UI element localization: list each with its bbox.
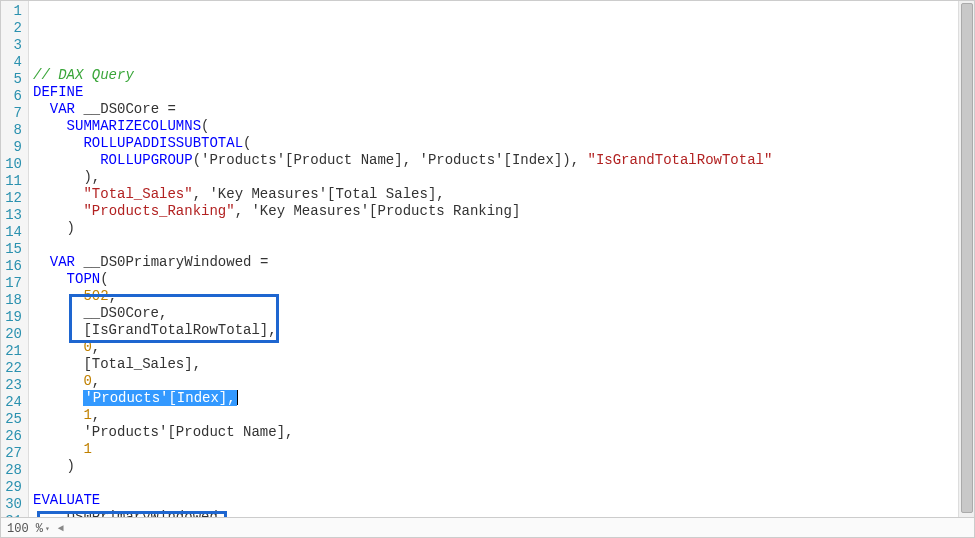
code-token <box>33 390 83 406</box>
line-number: 3 <box>5 37 22 54</box>
code-line[interactable]: 1, <box>33 407 974 424</box>
line-number: 8 <box>5 122 22 139</box>
code-token <box>33 118 67 134</box>
line-number: 21 <box>5 343 22 360</box>
code-line[interactable]: TOPN( <box>33 271 974 288</box>
code-token: DEFINE <box>33 84 83 100</box>
code-line[interactable]: __DS0PrimaryWindowed <box>33 509 974 517</box>
zoom-level[interactable]: 100 % <box>7 522 43 536</box>
line-number: 6 <box>5 88 22 105</box>
nav-left-icon[interactable]: ◄ <box>58 523 64 534</box>
code-token: 1 <box>83 441 91 457</box>
text-cursor <box>237 390 238 405</box>
code-token: SUMMARIZECOLUMNS <box>67 118 201 134</box>
code-token: 0 <box>83 339 91 355</box>
scrollbar-thumb[interactable] <box>961 3 973 513</box>
code-line[interactable]: ) <box>33 458 974 475</box>
code-token: , <box>92 373 100 389</box>
code-token: VAR <box>50 254 75 270</box>
code-line[interactable]: DEFINE <box>33 84 974 101</box>
line-number: 5 <box>5 71 22 88</box>
code-line[interactable]: ROLLUPADDISSUBTOTAL( <box>33 135 974 152</box>
line-number: 17 <box>5 275 22 292</box>
code-token: "IsGrandTotalRowTotal" <box>588 152 773 168</box>
line-number: 22 <box>5 360 22 377</box>
code-line[interactable]: EVALUATE <box>33 492 974 509</box>
code-token <box>33 186 83 202</box>
code-token: , <box>92 407 100 423</box>
code-token <box>33 101 50 117</box>
code-token: EVALUATE <box>33 492 100 508</box>
code-token: "Products_Ranking" <box>83 203 234 219</box>
code-token: ) <box>33 458 75 474</box>
code-token: __DS0Core <box>75 101 167 117</box>
code-token: 1 <box>83 407 91 423</box>
line-number: 26 <box>5 428 22 445</box>
status-bar: 100 % ▾ ◄ <box>1 517 974 538</box>
code-line[interactable]: ) <box>33 220 974 237</box>
code-token: , 'Key Measures'[Products Ranking] <box>235 203 521 219</box>
line-number: 1 <box>5 3 22 20</box>
line-number: 28 <box>5 462 22 479</box>
code-token: ( <box>201 118 209 134</box>
code-editor[interactable]: 1234567891011121314151617181920212223242… <box>1 1 974 517</box>
code-token: 0 <box>83 373 91 389</box>
line-number: 10 <box>5 156 22 173</box>
code-line[interactable]: 0, <box>33 339 974 356</box>
code-line[interactable]: 'Products'[Index], <box>33 390 974 407</box>
line-number: 16 <box>5 258 22 275</box>
code-line[interactable]: 0, <box>33 373 974 390</box>
code-token: = <box>260 254 268 270</box>
code-line[interactable]: __DS0Core, <box>33 305 974 322</box>
code-line[interactable]: "Total_Sales", 'Key Measures'[Total Sale… <box>33 186 974 203</box>
code-token: ( <box>243 135 251 151</box>
code-line[interactable]: VAR __DS0Core = <box>33 101 974 118</box>
line-number: 25 <box>5 411 22 428</box>
line-number: 23 <box>5 377 22 394</box>
line-number: 31 <box>5 513 22 517</box>
code-token: VAR <box>50 101 75 117</box>
code-token: __DS0PrimaryWindowed <box>75 254 260 270</box>
code-line[interactable]: ROLLUPGROUP('Products'[Product Name], 'P… <box>33 152 974 169</box>
code-line[interactable]: 1 <box>33 441 974 458</box>
code-line[interactable]: // DAX Query <box>33 67 974 84</box>
code-token: "Total_Sales" <box>83 186 192 202</box>
code-line[interactable]: SUMMARIZECOLUMNS( <box>33 118 974 135</box>
zoom-dropdown-icon[interactable]: ▾ <box>45 524 50 533</box>
code-line[interactable] <box>33 475 974 492</box>
code-token: ( <box>100 271 108 287</box>
code-line[interactable]: [Total_Sales], <box>33 356 974 373</box>
code-token: ('Products'[Product Name], 'Products'[In… <box>193 152 588 168</box>
line-number: 7 <box>5 105 22 122</box>
vertical-scrollbar[interactable] <box>958 1 974 517</box>
code-line[interactable]: ), <box>33 169 974 186</box>
code-line[interactable]: 'Products'[Product Name], <box>33 424 974 441</box>
code-token: = <box>167 101 175 117</box>
line-number: 30 <box>5 496 22 513</box>
code-token: __DS0PrimaryWindowed <box>33 509 218 517</box>
code-line[interactable]: "Products_Ranking", 'Key Measures'[Produ… <box>33 203 974 220</box>
code-token: ) <box>33 220 75 236</box>
code-token: [IsGrandTotalRowTotal], <box>33 322 277 338</box>
line-number: 18 <box>5 292 22 309</box>
code-token: 'Products'[Index], <box>83 390 236 406</box>
line-number: 27 <box>5 445 22 462</box>
line-number: 20 <box>5 326 22 343</box>
code-token: ROLLUPADDISSUBTOTAL <box>83 135 243 151</box>
code-token <box>33 152 100 168</box>
line-number: 15 <box>5 241 22 258</box>
line-number: 9 <box>5 139 22 156</box>
code-token: ), <box>33 169 100 185</box>
code-line[interactable] <box>33 237 974 254</box>
line-number: 19 <box>5 309 22 326</box>
line-number: 11 <box>5 173 22 190</box>
code-token: TOPN <box>67 271 101 287</box>
line-number: 2 <box>5 20 22 37</box>
code-area[interactable]: // DAX QueryDEFINE VAR __DS0Core = SUMMA… <box>29 1 974 517</box>
code-token: [Total_Sales], <box>33 356 201 372</box>
code-line[interactable]: [IsGrandTotalRowTotal], <box>33 322 974 339</box>
code-line[interactable]: 502, <box>33 288 974 305</box>
code-token <box>33 441 83 457</box>
code-token <box>33 288 83 304</box>
code-line[interactable]: VAR __DS0PrimaryWindowed = <box>33 254 974 271</box>
